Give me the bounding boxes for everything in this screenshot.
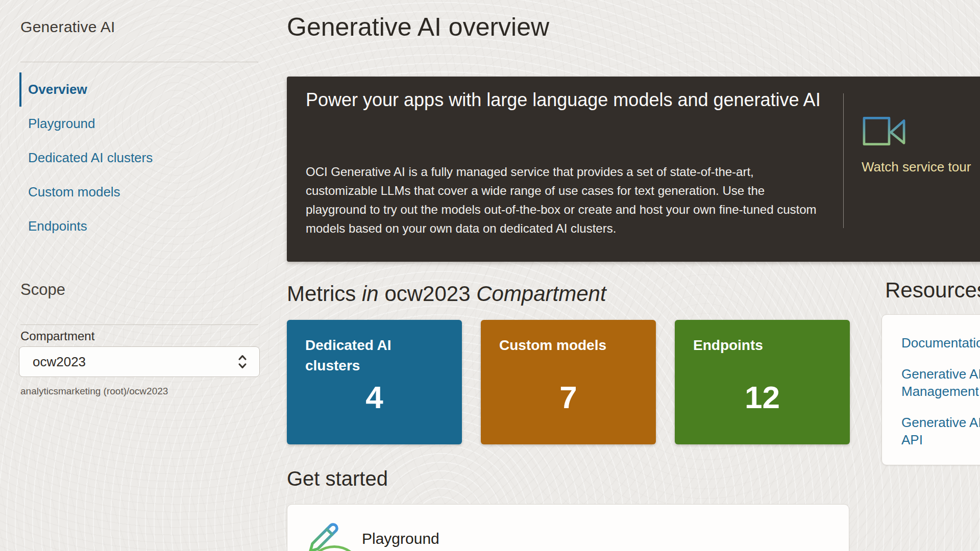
resources-heading: Resources	[885, 278, 980, 303]
watch-service-tour-link[interactable]: Watch service tour	[862, 113, 980, 175]
metric-card-value: 4	[287, 379, 462, 415]
sidebar-item-label: Endpoints	[28, 218, 87, 234]
list-item: Generative AI API	[901, 414, 980, 448]
video-camera-icon	[862, 113, 906, 149]
sidebar-nav: Overview Playground Dedicated AI cluster…	[19, 72, 255, 243]
scope-divider	[20, 324, 258, 325]
get-started-playground-card[interactable]: Playground	[287, 504, 849, 551]
metrics-heading: Metrics in ocw2023 Compartment	[287, 282, 606, 306]
metrics-heading-word: Metrics	[287, 282, 356, 306]
watch-service-tour-label: Watch service tour	[862, 159, 980, 175]
get-started-playground-label: Playground	[362, 530, 439, 547]
metrics-heading-word: ocw2023	[384, 282, 470, 306]
generative-ai-management-link[interactable]: Generative AI Management	[901, 366, 980, 399]
list-item: Documentation	[901, 334, 980, 352]
sidebar-divider	[20, 62, 258, 62]
metric-card-endpoints[interactable]: Endpoints 12	[675, 320, 850, 444]
sidebar-item-playground[interactable]: Playground	[19, 107, 255, 141]
compartment-label: Compartment	[20, 329, 94, 343]
metric-card-label: Dedicated AI clusters	[305, 335, 428, 376]
metric-card-label: Custom models	[499, 335, 622, 356]
sidebar-item-dedicated-ai-clusters[interactable]: Dedicated AI clusters	[19, 141, 255, 175]
service-banner: Power your apps with large language mode…	[287, 77, 980, 262]
metric-card-dedicated-ai-clusters[interactable]: Dedicated AI clusters 4	[287, 320, 462, 444]
metrics-heading-word: in	[362, 282, 379, 306]
up-down-stepper-icon	[235, 353, 250, 371]
banner-heading: Power your apps with large language mode…	[306, 87, 842, 113]
documentation-link[interactable]: Documentation	[901, 335, 980, 350]
resources-panel: Documentation Generative AI Management G…	[881, 314, 980, 465]
banner-divider	[843, 93, 844, 228]
metric-card-value: 12	[675, 379, 850, 415]
metric-cards: Dedicated AI clusters 4 Custom models 7 …	[287, 320, 850, 444]
list-item: Generative AI Management	[901, 365, 980, 400]
metric-card-value: 7	[481, 379, 656, 415]
sidebar-item-label: Overview	[28, 82, 87, 97]
generative-ai-api-link[interactable]: Generative AI API	[901, 415, 980, 447]
sidebar-item-overview[interactable]: Overview	[19, 72, 255, 107]
metric-card-custom-models[interactable]: Custom models 7	[481, 320, 656, 444]
metric-card-label: Endpoints	[693, 335, 816, 356]
sidebar-item-label: Playground	[28, 116, 95, 132]
banner-description: OCI Generative AI is a fully managed ser…	[306, 162, 826, 238]
sidebar-item-label: Dedicated AI clusters	[28, 150, 153, 166]
get-started-heading: Get started	[287, 467, 388, 490]
resources-links: Documentation Generative AI Management G…	[882, 315, 980, 448]
sidebar-item-label: Custom models	[28, 184, 120, 200]
sidebar-item-custom-models[interactable]: Custom models	[19, 175, 255, 209]
compartment-path: analyticsmarketing (root)/ocw2023	[20, 386, 168, 397]
scope-heading: Scope	[20, 281, 65, 299]
sidebar-item-endpoints[interactable]: Endpoints	[19, 209, 255, 243]
compartment-select[interactable]: ocw2023	[19, 346, 260, 377]
sidebar-title: Generative AI	[20, 18, 115, 36]
compartment-select-value: ocw2023	[33, 354, 86, 370]
metrics-heading-word: Compartment	[476, 282, 606, 306]
page-title: Generative AI overview	[287, 12, 549, 42]
